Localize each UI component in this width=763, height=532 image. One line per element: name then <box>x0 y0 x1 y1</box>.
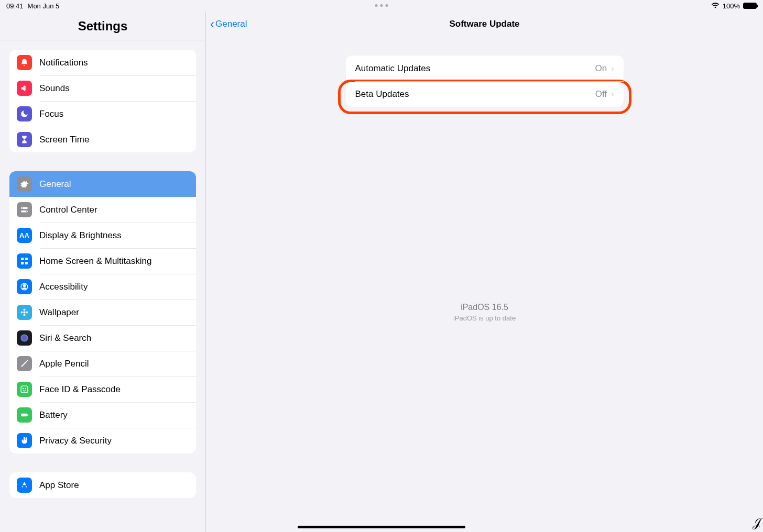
svg-rect-16 <box>21 386 28 393</box>
sidebar-item-label: Screen Time <box>39 135 89 145</box>
multitasking-dots[interactable] <box>375 4 388 7</box>
setting-value: On <box>595 63 607 74</box>
status-message: iPadOS is up to date <box>453 314 516 322</box>
bell-icon <box>17 55 32 70</box>
appstore-icon <box>17 478 32 493</box>
sidebar-group-1: NotificationsSoundsFocusScreen Time <box>9 50 196 152</box>
sidebar-item-label: Wallpaper <box>39 307 79 318</box>
setting-label: Automatic Updates <box>355 63 595 74</box>
svg-point-9 <box>23 284 25 286</box>
wifi-icon <box>711 2 720 10</box>
svg-rect-7 <box>25 262 28 264</box>
speaker-icon <box>17 81 32 96</box>
setting-label: Beta Updates <box>355 89 595 99</box>
svg-point-12 <box>23 314 25 316</box>
grid-icon <box>17 253 32 269</box>
toggles-icon <box>17 202 32 217</box>
svg-rect-6 <box>21 262 24 264</box>
sidebar-item-sounds[interactable]: Sounds <box>9 75 196 101</box>
sidebar-item-siri-search[interactable]: Siri & Search <box>9 325 196 351</box>
battery-percent: 100% <box>723 2 740 10</box>
sidebar-item-label: Notifications <box>39 58 88 68</box>
sidebar-item-label: Siri & Search <box>39 333 91 343</box>
sidebar-item-privacy-security[interactable]: Privacy & Security <box>9 428 196 453</box>
sidebar-group-2: GeneralControl CenterAADisplay & Brightn… <box>9 171 196 453</box>
sidebar-item-label: Face ID & Passcode <box>39 384 121 395</box>
svg-point-18 <box>25 388 26 389</box>
main-header: ‹ General Software Update <box>206 12 763 37</box>
chevron-right-icon: › <box>611 90 614 99</box>
svg-rect-5 <box>25 258 28 260</box>
moon-icon <box>17 106 32 121</box>
sidebar-item-label: Privacy & Security <box>39 436 112 446</box>
settings-group: Automatic UpdatesOn›Beta UpdatesOff› <box>346 56 624 107</box>
status-date: Mon Jun 5 <box>28 2 60 10</box>
svg-point-15 <box>20 334 28 341</box>
sidebar-item-notifications[interactable]: Notifications <box>9 50 196 75</box>
battery-icon <box>17 407 32 423</box>
sidebar-group-3: App Store <box>9 472 196 498</box>
sidebar-item-display-brightness[interactable]: AADisplay & Brightness <box>9 223 196 248</box>
status-time: 09:41 <box>6 2 24 10</box>
svg-point-17 <box>23 388 24 389</box>
svg-point-13 <box>20 311 23 313</box>
sidebar-item-accessibility[interactable]: Accessibility <box>9 274 196 300</box>
back-label: General <box>215 19 247 29</box>
hand-icon <box>17 433 32 448</box>
flower-icon <box>17 305 32 320</box>
sidebar-item-label: Battery <box>39 410 68 420</box>
hourglass-icon <box>17 132 32 147</box>
battery-icon <box>743 3 757 9</box>
back-button[interactable]: ‹ General <box>210 17 247 31</box>
svg-point-10 <box>23 311 25 313</box>
sidebar-item-battery[interactable]: Battery <box>9 402 196 428</box>
sidebar-item-face-id-passcode[interactable]: Face ID & Passcode <box>9 376 196 402</box>
svg-rect-4 <box>21 258 24 260</box>
sidebar-item-label: Accessibility <box>39 282 88 292</box>
sidebar-item-label: Control Center <box>39 205 97 215</box>
setting-row-beta-updates[interactable]: Beta UpdatesOff› <box>346 81 624 107</box>
sidebar-item-wallpaper[interactable]: Wallpaper <box>9 300 196 325</box>
os-version: iPadOS 16.5 <box>453 303 516 312</box>
person-icon <box>17 279 32 294</box>
sidebar-title: Settings <box>0 12 205 40</box>
svg-point-3 <box>26 211 27 212</box>
main-panel: ‹ General Software Update Automatic Upda… <box>206 12 763 532</box>
sidebar-item-label: Display & Brightness <box>39 230 122 241</box>
sidebar-item-screen-time[interactable]: Screen Time <box>9 127 196 152</box>
sidebar-item-label: Home Screen & Multitasking <box>39 256 151 267</box>
svg-rect-19 <box>21 414 27 417</box>
sidebar-item-label: Apple Pencil <box>39 359 89 369</box>
corner-decoration: 𝒥 <box>753 515 760 530</box>
face-icon <box>17 382 32 397</box>
sidebar-item-label: General <box>39 179 71 190</box>
sidebar-item-label: Focus <box>39 109 63 119</box>
chevron-right-icon: › <box>611 64 614 73</box>
sidebar-item-apple-pencil[interactable]: Apple Pencil <box>9 351 196 376</box>
svg-point-14 <box>26 311 28 313</box>
sidebar-item-general[interactable]: General <box>9 171 196 197</box>
svg-point-11 <box>23 308 25 311</box>
settings-sidebar: Settings NotificationsSoundsFocusScreen … <box>0 12 206 532</box>
home-indicator[interactable] <box>298 526 465 528</box>
update-status: iPadOS 16.5 iPadOS is up to date <box>453 303 516 322</box>
svg-rect-20 <box>27 414 28 416</box>
pencil-icon <box>17 356 32 371</box>
chevron-left-icon: ‹ <box>210 17 214 31</box>
sidebar-item-focus[interactable]: Focus <box>9 101 196 127</box>
svg-point-2 <box>22 207 23 208</box>
aa-icon: AA <box>17 228 32 243</box>
sidebar-item-app-store[interactable]: App Store <box>9 472 196 498</box>
sidebar-item-control-center[interactable]: Control Center <box>9 197 196 223</box>
sidebar-item-home-screen-multitasking[interactable]: Home Screen & Multitasking <box>9 248 196 274</box>
setting-value: Off <box>595 89 607 99</box>
sidebar-item-label: App Store <box>39 480 79 491</box>
siri-icon <box>17 330 32 346</box>
gear-icon <box>17 176 32 192</box>
setting-row-automatic-updates[interactable]: Automatic UpdatesOn› <box>346 56 624 81</box>
page-title: Software Update <box>449 19 519 29</box>
sidebar-item-label: Sounds <box>39 83 70 94</box>
